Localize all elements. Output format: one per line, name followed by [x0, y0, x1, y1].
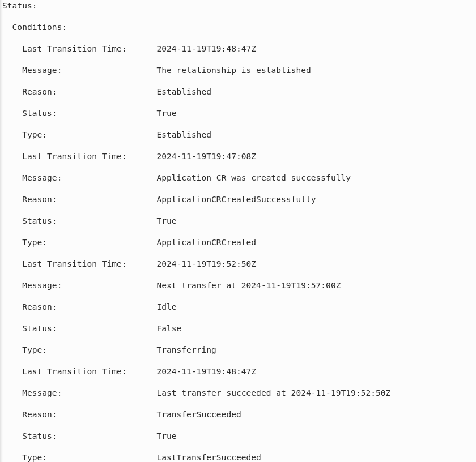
condition-3-status-label: Status: [22, 431, 156, 440]
condition-1-message-value: Application CR was created successfully [156, 173, 351, 182]
condition-0-status-label: Status: [22, 108, 156, 118]
condition-3-reason-label: Reason: [22, 409, 156, 419]
condition-1-status-value: True [156, 216, 176, 225]
condition-0-message-value: The relationship is established [156, 65, 311, 75]
condition-2-status-label: Status: [22, 323, 156, 333]
condition-1-reason-value: ApplicationCRCreatedSuccessfully [156, 194, 316, 204]
condition-0-ltt-value: 2024-11-19T19:48:47Z [156, 44, 256, 53]
condition-2-type-label: Type: [22, 345, 156, 354]
condition-1-ltt-value: 2024-11-19T19:47:08Z [156, 151, 256, 161]
condition-2-type-value: Transferring [156, 345, 216, 354]
condition-1-reason-label: Reason: [22, 194, 156, 204]
condition-2-ltt-value: 2024-11-19T19:52:50Z [156, 259, 256, 268]
condition-3-type-value: LastTransferSucceeded [156, 452, 261, 462]
condition-1-type-value: ApplicationCRCreated [156, 237, 256, 247]
condition-2-status-value: False [156, 323, 181, 333]
condition-3-type-label: Type: [22, 452, 156, 462]
condition-1-ltt-label: Last Transition Time: [22, 151, 156, 161]
status-output: Status: Conditions: Last Transition Time… [0, 0, 476, 462]
condition-3-reason-value: TransferSucceeded [156, 409, 241, 419]
condition-0-reason-label: Reason: [22, 87, 156, 96]
condition-3-ltt-label: Last Transition Time: [22, 366, 156, 376]
condition-0-ltt-label: Last Transition Time: [22, 44, 156, 53]
status-heading: Status: [2, 1, 37, 10]
condition-0-type-value: Established [156, 130, 211, 139]
condition-3-ltt-value: 2024-11-19T19:48:47Z [156, 366, 256, 376]
condition-2-message-value: Next transfer at 2024-11-19T19:57:00Z [156, 280, 341, 290]
condition-0-message-label: Message: [22, 65, 156, 75]
condition-3-status-value: True [156, 431, 176, 440]
condition-0-type-label: Type: [22, 130, 156, 139]
conditions-heading: Conditions: [12, 22, 67, 32]
condition-0-reason-value: Established [156, 87, 211, 96]
condition-2-reason-label: Reason: [22, 302, 156, 311]
condition-2-message-label: Message: [22, 280, 156, 290]
condition-0-status-value: True [156, 108, 176, 118]
condition-2-reason-value: Idle [156, 302, 176, 311]
condition-1-type-label: Type: [22, 237, 156, 247]
condition-3-message-value: Last transfer succeeded at 2024-11-19T19… [156, 388, 390, 397]
condition-1-status-label: Status: [22, 216, 156, 225]
condition-1-message-label: Message: [22, 173, 156, 182]
condition-3-message-label: Message: [22, 388, 156, 397]
condition-2-ltt-label: Last Transition Time: [22, 259, 156, 268]
